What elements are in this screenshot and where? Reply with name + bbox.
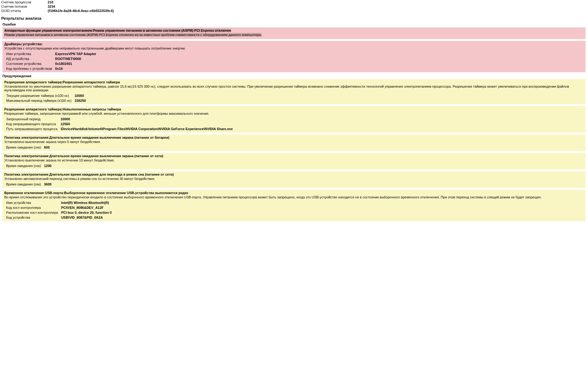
warning-block-policy-display-ac: Политика электропитания:Длительное время… <box>2 153 586 169</box>
detail-value: 156250 <box>75 98 89 103</box>
warnings-title: Предупреждения <box>2 74 587 78</box>
warning-block-policy-sleep-ac: Политика электропитания:Длительное время… <box>2 171 586 188</box>
detail-value: 1200 <box>44 163 54 168</box>
warning-block-timer-requests: Разрешение аппаратного таймера:Невыполне… <box>2 106 586 133</box>
highlight-text: Режим управления питанием в активном сос… <box>4 33 262 37</box>
error-block-aspm: Аппаратные функции управления электропит… <box>2 27 586 39</box>
detail-value: ROOT\NET\0000 <box>55 56 100 61</box>
error-drivers-header: Драйверы устройства: <box>4 42 584 46</box>
warning-header: Политика электропитания:Длительное время… <box>4 154 584 158</box>
detail-value: \Device\HarddiskVolume4\Program Files\NV… <box>61 126 236 131</box>
detail-key: Расположение хост-контроллера <box>4 210 61 215</box>
warning-policy3-table: Время ожидания (сек)3600 <box>4 182 55 187</box>
warning-desc: Установлен автоматический переход систем… <box>4 177 584 181</box>
error-drivers-table: Имя устройстваExpressVPN TAP Adapter ИД … <box>4 51 99 71</box>
meta-thread-label: Счетчик потоков <box>1 4 48 9</box>
warning-policy1-table: Время ожидания (сек)600 <box>4 145 53 150</box>
detail-value: ExpressVPN TAP Adapter <box>55 51 100 56</box>
warning-header: Разрешение аппаратного таймера:Разрешени… <box>4 80 584 84</box>
meta-proc-label: Счетчик процессов <box>1 0 48 4</box>
detail-key: Запрошенный период <box>4 117 61 121</box>
detail-key: Максимальный период таймера (x100 нс) <box>4 98 75 103</box>
warning-block-timer-resolution: Разрешение аппаратного таймера:Разрешени… <box>2 79 586 104</box>
results-title: Результаты анализа <box>1 16 587 21</box>
meta-guid-label: GUID отчета <box>1 9 48 13</box>
detail-value: 0x16 <box>55 66 100 71</box>
warning-desc: Установлено выключение экрана через 5 ми… <box>4 140 584 144</box>
errors-title: Ошибки <box>2 22 587 26</box>
detail-key: Текущее разрешение таймера (x100 нс) <box>4 93 75 98</box>
detail-value: 3600 <box>44 182 54 187</box>
warning-timer1-table: Текущее разрешение таймера (x100 нс)1000… <box>4 93 89 103</box>
meta-guid-value: {f196b1fe-8a28-48c6-8eac-c6b5523539c4} <box>48 9 116 13</box>
detail-value: 12560 <box>61 121 236 126</box>
detail-key: Путь запрашивающего процесса <box>4 126 61 131</box>
error-aspm-desc: Режим управления питанием в активном сос… <box>4 33 584 37</box>
warning-desc: Во время отслеживания это устройство пер… <box>4 195 584 199</box>
warning-desc: Установленное по умолчанию разрешение ап… <box>4 85 584 92</box>
warning-block-usb-suspend: Временное отключение USB-порта:Выборочно… <box>2 190 586 221</box>
detail-key: Код устройства <box>4 215 61 220</box>
detail-key: Время ожидания (сек) <box>4 145 44 150</box>
detail-value: 0x1802401 <box>55 61 100 66</box>
warning-block-policy-display-battery: Политика электропитания:Длительное время… <box>2 134 586 151</box>
detail-value: PCI bus 0, device 20, function 0 <box>61 210 115 215</box>
report-container: Счетчик процессов 218 Счетчик потоков 32… <box>0 0 588 221</box>
detail-key: ИД устройства <box>4 56 55 61</box>
warning-header: Политика электропитания:Длительное время… <box>4 136 584 139</box>
detail-key: Код хост-контроллера <box>4 205 61 210</box>
warning-desc: Установлено выключение экрана по истечен… <box>4 158 584 162</box>
detail-value: 600 <box>44 145 53 150</box>
meta-proc-value: 218 <box>48 0 116 4</box>
detail-key: Код проблемы с устройством <box>4 66 55 71</box>
warning-desc: Разрешение таймера, запрошенное программ… <box>4 112 584 115</box>
warning-header: Временное отключение USB-порта:Выборочно… <box>4 191 584 195</box>
detail-value: PCI\VEN_8086&DEV_A12F <box>61 205 115 210</box>
detail-key: Время ожидания (сек) <box>4 163 44 168</box>
meta-thread-value: 3234 <box>48 4 116 9</box>
detail-key: Имя устройства <box>4 200 61 205</box>
error-drivers-desc: Устройства с отсутствующими или неправил… <box>4 46 584 50</box>
error-block-drivers: Драйверы устройства: Устройства с отсутс… <box>2 41 586 72</box>
warning-header: Разрешение аппаратного таймера:Невыполне… <box>4 107 584 111</box>
highlight-text: Аппаратные функции управления электропит… <box>4 29 231 32</box>
detail-value: 10000 <box>61 117 236 121</box>
warning-usb-table: Имя устройстваIntel(R) Wireless Bluetoot… <box>4 200 115 220</box>
detail-key: Время ожидания (сек) <box>4 182 44 187</box>
detail-value: 10000 <box>75 93 89 98</box>
detail-value: USB\VID_8087&PID_0A2A <box>61 215 115 220</box>
error-aspm-header: Аппаратные функции управления электропит… <box>4 29 584 32</box>
warning-timer2-table: Запрошенный период10000 Код запрашивающе… <box>4 117 236 131</box>
detail-value: Intel(R) Wireless Bluetooth(R) <box>61 200 115 205</box>
detail-key: Код запрашивающего процесса <box>4 121 61 126</box>
detail-key: Имя устройства <box>4 51 55 56</box>
detail-key: Состояние устройства <box>4 61 55 66</box>
warning-header: Политика электропитания:Длительное время… <box>4 173 584 176</box>
meta-table: Счетчик процессов 218 Счетчик потоков 32… <box>1 0 116 13</box>
warning-policy2-table: Время ожидания (сек)1200 <box>4 163 55 168</box>
